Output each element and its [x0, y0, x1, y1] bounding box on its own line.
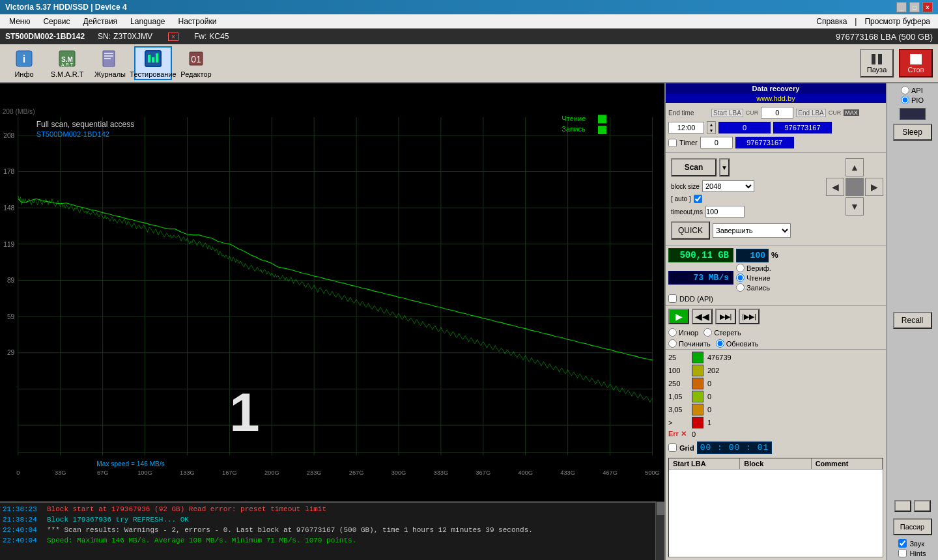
- small-btn-2[interactable]: [914, 500, 931, 512]
- nav-up-btn[interactable]: ▲: [846, 158, 864, 176]
- read-radio[interactable]: [736, 273, 745, 282]
- end-button[interactable]: |▶▶|: [739, 309, 760, 324]
- svg-rect-16: [878, 54, 882, 64]
- scan-nav-section: Scan ▼ block size 2048 1024 512 256: [666, 153, 886, 245]
- th-block: Block: [740, 458, 811, 469]
- step-fwd-button[interactable]: ▶▶|: [715, 309, 736, 324]
- svg-rect-17: [910, 54, 922, 64]
- nav-down-btn[interactable]: ▼: [846, 197, 864, 216]
- svg-text:178: 178: [3, 168, 14, 175]
- svg-text:100G: 100G: [137, 469, 152, 476]
- ddd-checkbox[interactable]: [668, 294, 677, 303]
- help-menu[interactable]: Справка: [816, 17, 847, 26]
- complete-select[interactable]: Завершить Выключить Ничего: [713, 223, 791, 238]
- maximize-button[interactable]: □: [909, 2, 920, 12]
- sn-label: SN:: [98, 32, 111, 41]
- hints-checkbox[interactable]: [898, 549, 907, 557]
- menu-actions[interactable]: Действия: [77, 16, 124, 27]
- end-time-input[interactable]: [668, 122, 704, 133]
- svg-rect-6: [104, 53, 113, 54]
- time-spinner[interactable]: ▲ ▼: [707, 121, 716, 134]
- toolbar-editor-btn[interactable]: 01 Редактор: [177, 46, 215, 80]
- preview-buffer-btn[interactable]: Просмотр буфера: [864, 17, 930, 26]
- lba-info: 976773168 LBA (500 GB): [836, 32, 933, 42]
- pio-radio[interactable]: [901, 96, 909, 104]
- svg-text:133G: 133G: [180, 469, 195, 476]
- play-button[interactable]: ▶: [668, 309, 689, 324]
- svg-text:433G: 433G: [560, 469, 575, 476]
- small-btn-1[interactable]: [894, 500, 911, 512]
- svg-text:233G: 233G: [307, 469, 322, 476]
- scan-dropdown-btn[interactable]: ▼: [719, 158, 730, 176]
- sound-checkbox[interactable]: [898, 539, 907, 548]
- ddd-row: DDD (API): [668, 294, 883, 303]
- start-lba-value-input[interactable]: [718, 122, 771, 133]
- grid-checkbox[interactable]: [668, 443, 677, 452]
- nav-left-btn[interactable]: ◀: [826, 178, 844, 196]
- err-color-lime: [692, 391, 704, 402]
- mode-radio-group: Вериф. Чтение Запись: [736, 264, 771, 292]
- err-row-err: Err ✕ 0: [666, 429, 886, 439]
- fix-radio[interactable]: [668, 339, 677, 348]
- block-size-select[interactable]: 2048 1024 512 256: [702, 180, 754, 192]
- step-back-button[interactable]: ◀◀: [692, 309, 713, 324]
- err-count-476739: 476739: [707, 354, 732, 361]
- time-up-btn[interactable]: ▲: [707, 122, 715, 128]
- menu-language[interactable]: Language: [124, 16, 171, 27]
- toolbar-journals-btn[interactable]: Журналы: [91, 46, 129, 80]
- stop-button[interactable]: Стоп: [899, 49, 933, 77]
- log-content: 21:38:23 Block start at 179367936 (92 GB…: [0, 501, 655, 560]
- recall-button[interactable]: Recall: [893, 312, 932, 329]
- device-close-btn[interactable]: ×: [168, 33, 178, 41]
- log-scrollbar-thumb[interactable]: [657, 502, 664, 515]
- toolbar-info-btn[interactable]: i Инфо: [5, 46, 43, 80]
- toolbar-smart-btn[interactable]: S.M A.R.T S.M.A.R.T: [48, 46, 86, 80]
- stop-label: Стоп: [908, 66, 924, 74]
- svg-text:59: 59: [7, 313, 15, 320]
- write-radio[interactable]: [736, 283, 745, 292]
- svg-rect-8: [104, 58, 111, 59]
- timer-value-input[interactable]: [700, 137, 733, 148]
- svg-text:300G: 300G: [391, 469, 406, 476]
- playback-section: ▶ ◀◀ ▶▶| |▶▶|: [666, 306, 886, 327]
- svg-rect-18: [0, 105, 664, 480]
- timeout-input[interactable]: [705, 206, 745, 217]
- passr-button[interactable]: Пассир: [893, 518, 932, 535]
- toolbar-editor-label: Редактор: [180, 70, 211, 78]
- menu-menu[interactable]: Меню: [3, 16, 36, 27]
- erase-radio[interactable]: [704, 328, 712, 337]
- svg-rect-7: [104, 55, 113, 57]
- end-lba-value-input[interactable]: [773, 122, 832, 133]
- editor-icon: 01: [186, 48, 206, 69]
- pct-unit: %: [771, 251, 778, 260]
- menu-settings[interactable]: Настройки: [172, 16, 223, 27]
- time-down-btn[interactable]: ▼: [707, 128, 715, 133]
- minimize-button[interactable]: _: [896, 2, 907, 12]
- log-scrollbar[interactable]: [655, 501, 664, 560]
- sleep-button[interactable]: Sleep: [893, 124, 932, 141]
- timer-end-input[interactable]: [735, 137, 794, 148]
- svg-text:119: 119: [3, 241, 14, 248]
- verify-radio[interactable]: [736, 264, 745, 272]
- close-button[interactable]: ×: [922, 2, 933, 12]
- timer-checkbox[interactable]: [668, 139, 677, 147]
- update-radio[interactable]: [716, 339, 724, 348]
- block-size-row: block size 2048 1024 512 256: [668, 179, 823, 193]
- err-count-105: 0: [707, 393, 711, 400]
- fw-label: Fw:: [194, 32, 206, 41]
- svg-text:167G: 167G: [222, 469, 237, 476]
- pause-button[interactable]: Пауза: [860, 49, 894, 77]
- log-time-2: 22:40:04: [3, 525, 42, 535]
- smart-icon: S.M A.R.T: [57, 48, 78, 69]
- quick-button[interactable]: QUICK: [671, 221, 710, 240]
- nav-right-btn[interactable]: ▶: [865, 178, 883, 196]
- auto-checkbox[interactable]: [694, 195, 702, 203]
- menu-service[interactable]: Сервис: [36, 16, 76, 27]
- ignore-radio[interactable]: [668, 328, 677, 337]
- log-entry-2: 22:40:04 *** Scan results: Warnings - 2,…: [3, 525, 653, 535]
- scan-button[interactable]: Scan: [671, 158, 717, 176]
- api-radio[interactable]: [901, 86, 909, 94]
- device-bar: ST500DM002-1BD142 SN: Z3T0XJMV × Fw: KC4…: [0, 29, 938, 44]
- start-lba-cur-input[interactable]: [761, 107, 793, 119]
- toolbar-test-btn[interactable]: Тестирование: [134, 46, 172, 80]
